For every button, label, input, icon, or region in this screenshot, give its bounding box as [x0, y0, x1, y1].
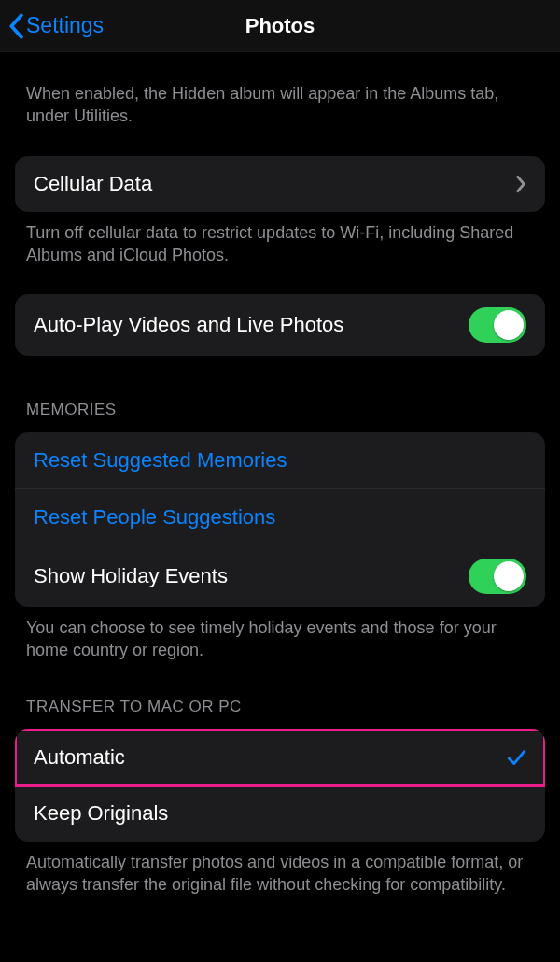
automatic-row[interactable]: Automatic	[15, 729, 545, 785]
holiday-events-toggle[interactable]	[469, 559, 526, 594]
content-scroll[interactable]: When enabled, the Hidden album will appe…	[0, 52, 560, 903]
keep-originals-row[interactable]: Keep Originals	[15, 785, 545, 842]
toggle-knob	[494, 310, 524, 340]
autoplay-label: Auto-Play Videos and Live Photos	[34, 313, 469, 337]
chevron-left-icon	[7, 13, 24, 39]
reset-suggested-memories-row[interactable]: Reset Suggested Memories	[15, 432, 545, 488]
memories-footer: You can choose to see timely holiday eve…	[0, 607, 560, 670]
transfer-footer: Automatically transfer photos and videos…	[0, 842, 560, 904]
hidden-album-footer: When enabled, the Hidden album will appe…	[0, 71, 560, 135]
reset-people-suggestions-row[interactable]: Reset People Suggestions	[15, 488, 545, 545]
group-memories: Reset Suggested Memories Reset People Su…	[15, 432, 545, 607]
back-label: Settings	[26, 13, 104, 38]
group-autoplay: Auto-Play Videos and Live Photos	[15, 294, 545, 356]
cellular-data-label: Cellular Data	[34, 172, 515, 196]
cellular-footer: Turn off cellular data to restrict updat…	[0, 212, 560, 275]
autoplay-toggle[interactable]	[469, 307, 526, 343]
automatic-label: Automatic	[34, 745, 506, 770]
autoplay-row[interactable]: Auto-Play Videos and Live Photos	[15, 294, 545, 356]
keep-originals-label: Keep Originals	[34, 801, 526, 826]
toggle-knob	[494, 561, 524, 591]
reset-people-suggestions-label: Reset People Suggestions	[34, 505, 526, 530]
checkmark-icon	[506, 747, 526, 768]
show-holiday-events-row[interactable]: Show Holiday Events	[15, 545, 545, 607]
reset-suggested-memories-label: Reset Suggested Memories	[34, 448, 526, 473]
group-cellular: Cellular Data	[15, 156, 545, 212]
back-button[interactable]: Settings	[7, 13, 104, 39]
section-header-transfer: Transfer to Mac or PC	[0, 670, 560, 726]
group-transfer: Automatic Keep Originals	[15, 729, 545, 842]
show-holiday-events-label: Show Holiday Events	[34, 564, 469, 588]
chevron-right-icon	[515, 175, 526, 193]
section-header-memories: Memories	[0, 356, 560, 429]
cellular-data-row[interactable]: Cellular Data	[15, 156, 545, 212]
nav-bar: Settings Photos	[0, 0, 560, 52]
